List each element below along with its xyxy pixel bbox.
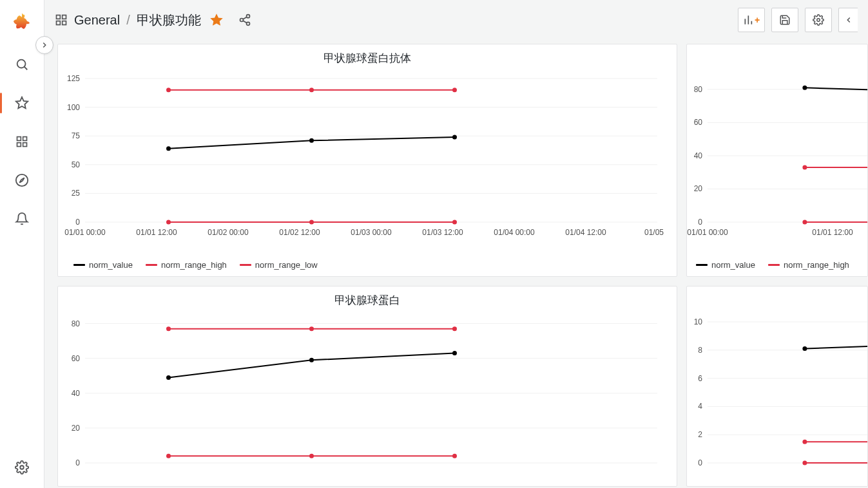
svg-text:8: 8 — [698, 346, 702, 355]
sidebar — [0, 0, 44, 488]
svg-text:25: 25 — [72, 189, 81, 198]
svg-point-62 — [802, 220, 807, 225]
svg-text:01/01 12:00: 01/01 12:00 — [812, 228, 853, 237]
legend: norm_value norm_range_high — [696, 260, 849, 270]
legend-low[interactable]: norm_range_low — [255, 260, 318, 270]
svg-text:10: 10 — [694, 317, 703, 326]
svg-text:60: 60 — [72, 354, 81, 363]
svg-point-44 — [452, 220, 457, 225]
svg-text:01/04 12:00: 01/04 12:00 — [565, 228, 606, 237]
svg-rect-2 — [23, 137, 27, 141]
legend-value[interactable]: norm_value — [711, 260, 755, 270]
nav-dashboards[interactable] — [9, 129, 35, 155]
svg-point-78 — [309, 326, 314, 331]
svg-text:80: 80 — [694, 85, 703, 94]
save-button[interactable] — [771, 8, 798, 32]
share-icon[interactable] — [238, 14, 251, 26]
svg-point-81 — [309, 454, 314, 458]
nav-search[interactable] — [9, 52, 35, 77]
svg-point-60 — [802, 165, 807, 169]
legend-high[interactable]: norm_range_high — [784, 260, 849, 270]
nav-alerting[interactable] — [9, 206, 35, 232]
panel-title: 甲状腺球蛋白抗体 — [58, 44, 677, 68]
svg-text:01/03 00:00: 01/03 00:00 — [351, 228, 392, 237]
svg-point-75 — [309, 358, 314, 362]
svg-text:01/01 12:00: 01/01 12:00 — [136, 228, 177, 237]
svg-point-14 — [817, 19, 820, 22]
svg-point-82 — [452, 454, 457, 458]
panel-p4[interactable]: 0246810 — [686, 286, 868, 487]
svg-point-5 — [16, 174, 28, 186]
topbar-actions: + — [738, 8, 858, 32]
svg-text:0: 0 — [698, 458, 702, 467]
svg-point-6 — [20, 465, 24, 469]
svg-rect-1 — [17, 137, 21, 141]
svg-point-58 — [802, 86, 807, 90]
svg-point-97 — [802, 440, 807, 444]
panel-title — [687, 286, 867, 310]
add-panel-button[interactable]: + — [738, 8, 765, 32]
chart[interactable]: 025507510012501/01 00:0001/01 12:0001/02… — [58, 68, 677, 241]
settings-button[interactable] — [805, 8, 832, 32]
svg-text:75: 75 — [72, 131, 81, 140]
svg-text:01/02 00:00: 01/02 00:00 — [207, 228, 249, 237]
chart[interactable]: 020406080 — [58, 310, 677, 482]
panel-p2[interactable]: 02040608001/01 00:0001/01 12:0001/02 0 n… — [686, 44, 868, 277]
breadcrumb: General / 甲状腺功能 — [55, 12, 251, 29]
time-prev-button[interactable] — [838, 8, 858, 32]
legend-value[interactable]: norm_value — [89, 260, 133, 270]
svg-point-0 — [17, 60, 26, 68]
topbar: General / 甲状腺功能 + — [44, 0, 868, 40]
breadcrumb-separator: / — [126, 13, 130, 28]
star-icon[interactable] — [210, 14, 223, 26]
grafana-logo[interactable] — [12, 12, 32, 32]
svg-text:0: 0 — [698, 218, 702, 227]
home-icon[interactable] — [55, 14, 68, 26]
svg-point-37 — [309, 138, 314, 143]
sidebar-expand-button[interactable] — [35, 36, 53, 54]
svg-text:01/01 00:00: 01/01 00:00 — [64, 228, 106, 237]
panel-title — [687, 44, 867, 68]
svg-point-79 — [452, 326, 457, 331]
svg-point-74 — [166, 375, 171, 380]
svg-rect-3 — [17, 143, 21, 147]
svg-text:6: 6 — [698, 374, 702, 383]
nav-settings[interactable] — [9, 455, 35, 480]
svg-point-80 — [166, 454, 171, 458]
chart[interactable]: 0246810 — [687, 310, 867, 482]
svg-point-99 — [802, 461, 807, 465]
svg-text:4: 4 — [698, 402, 702, 411]
svg-point-11 — [246, 15, 249, 18]
nav-explore[interactable] — [9, 167, 35, 193]
svg-text:01/04 00:00: 01/04 00:00 — [494, 228, 535, 237]
svg-text:0: 0 — [75, 218, 80, 227]
panel-p1[interactable]: 甲状腺球蛋白抗体 025507510012501/01 00:0001/01 1… — [57, 44, 677, 277]
svg-text:40: 40 — [72, 389, 81, 398]
svg-point-38 — [452, 135, 457, 139]
breadcrumb-folder[interactable]: General — [74, 13, 120, 28]
svg-point-40 — [309, 88, 314, 92]
chart[interactable]: 02040608001/01 00:0001/01 12:0001/02 0 — [687, 68, 867, 241]
svg-point-41 — [452, 88, 457, 92]
svg-rect-10 — [63, 21, 66, 25]
nav-starred[interactable] — [9, 90, 35, 116]
svg-point-76 — [452, 351, 457, 355]
svg-text:01/05 0: 01/05 0 — [644, 228, 664, 237]
svg-text:100: 100 — [67, 103, 80, 112]
svg-text:60: 60 — [694, 118, 703, 127]
legend-high[interactable]: norm_range_high — [161, 260, 227, 270]
svg-rect-4 — [23, 143, 27, 147]
svg-point-43 — [309, 220, 314, 225]
svg-text:20: 20 — [694, 184, 703, 193]
panel-title: 甲状腺球蛋白 — [58, 286, 677, 310]
svg-text:01/02 12:00: 01/02 12:00 — [279, 228, 320, 237]
svg-text:40: 40 — [694, 151, 703, 160]
svg-rect-9 — [57, 21, 61, 25]
svg-text:50: 50 — [72, 160, 81, 169]
svg-text:0: 0 — [75, 458, 80, 467]
panel-p3[interactable]: 甲状腺球蛋白 020406080 — [57, 286, 677, 487]
svg-text:01/01 00:00: 01/01 00:00 — [687, 228, 728, 237]
breadcrumb-title[interactable]: 甲状腺功能 — [137, 12, 201, 29]
svg-point-77 — [166, 326, 171, 331]
svg-text:20: 20 — [72, 424, 81, 433]
